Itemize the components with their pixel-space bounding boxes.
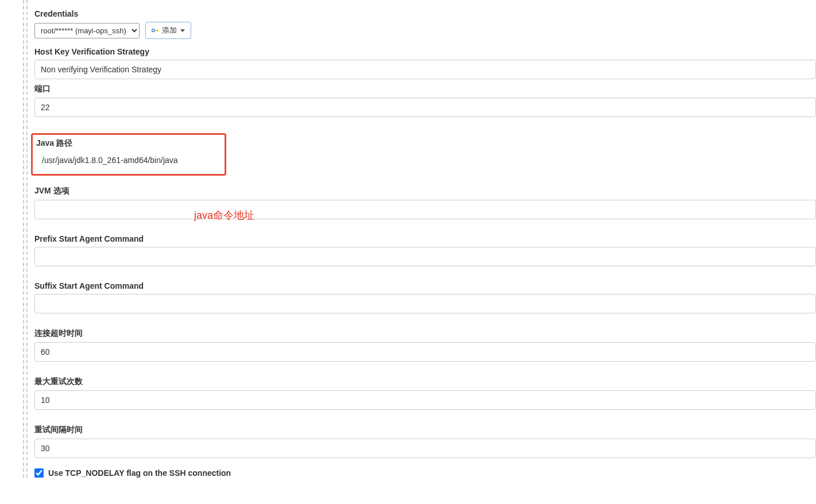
svg-rect-3 bbox=[157, 30, 157, 31]
host-key-input[interactable] bbox=[34, 60, 816, 79]
port-label: 端口 bbox=[34, 84, 816, 94]
conn-timeout-input[interactable] bbox=[34, 342, 816, 362]
max-retries-input[interactable] bbox=[34, 390, 816, 410]
svg-rect-2 bbox=[158, 30, 158, 32]
tcp-nodelay-checkbox[interactable] bbox=[34, 468, 44, 478]
svg-point-0 bbox=[152, 29, 155, 32]
prefix-cmd-label: Prefix Start Agent Command bbox=[34, 234, 816, 243]
java-path-highlight-box: Java 路径 bbox=[31, 133, 226, 176]
retry-interval-input[interactable] bbox=[34, 439, 816, 458]
tcp-nodelay-label: Use TCP_NODELAY flag on the SSH connecti… bbox=[48, 468, 231, 478]
tree-guide-line-2 bbox=[26, 0, 28, 478]
add-credentials-button[interactable]: 添加 bbox=[145, 22, 191, 39]
max-retries-label: 最大重试次数 bbox=[34, 377, 816, 387]
jvm-options-label: JVM 选项 bbox=[34, 186, 816, 196]
credentials-select[interactable]: root/****** (mayi-ops_ssh) bbox=[34, 23, 140, 38]
java-path-label: Java 路径 bbox=[36, 138, 220, 149]
jvm-options-input[interactable] bbox=[34, 200, 816, 219]
tree-guide-line-1 bbox=[23, 0, 24, 478]
host-key-label: Host Key Verification Strategy bbox=[34, 47, 816, 56]
prefix-cmd-input[interactable] bbox=[34, 247, 816, 266]
add-button-label: 添加 bbox=[162, 25, 177, 36]
port-input[interactable] bbox=[34, 98, 816, 117]
suffix-cmd-input[interactable] bbox=[34, 294, 816, 313]
java-path-input[interactable] bbox=[37, 152, 220, 168]
suffix-cmd-label: Suffix Start Agent Command bbox=[34, 281, 816, 290]
retry-interval-label: 重试间隔时间 bbox=[34, 425, 816, 435]
annotation-text: java命令地址 bbox=[194, 208, 254, 222]
caret-down-icon bbox=[180, 29, 185, 32]
conn-timeout-label: 连接超时时间 bbox=[34, 328, 816, 339]
key-icon bbox=[152, 26, 160, 35]
credentials-label: Credentials bbox=[34, 9, 816, 18]
